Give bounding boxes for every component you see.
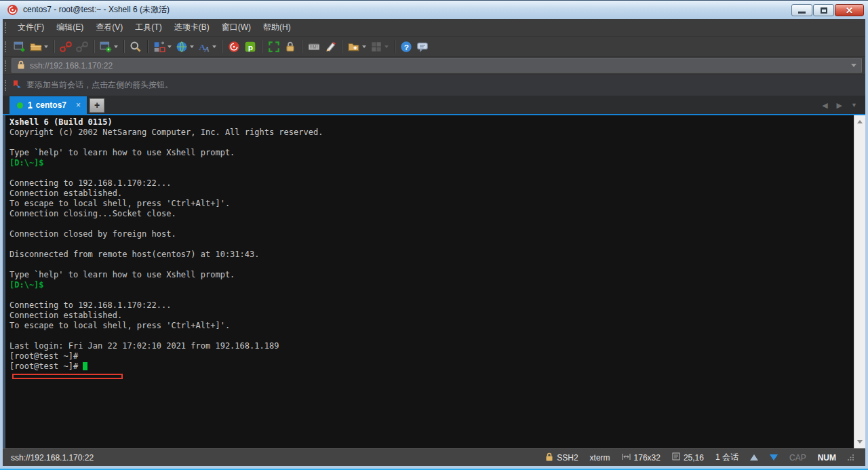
terminal-line: Type `help' to learn how to use Xshell p… <box>9 270 850 280</box>
address-url: ssh://192.168.1.170:22 <box>30 61 113 71</box>
toolbar: AAp? <box>3 37 865 57</box>
add-session-flag-icon[interactable] <box>12 79 22 92</box>
status-cursor-position: 25,16 <box>672 452 704 463</box>
help-icon[interactable]: ? <box>398 39 414 55</box>
virtual-keyboard-icon[interactable] <box>306 39 322 55</box>
terminal-line: Last login: Fri Jan 22 17:02:10 2021 fro… <box>9 341 850 351</box>
toolbar-separator <box>302 40 302 53</box>
close-button[interactable]: ✕ <box>835 4 864 16</box>
address-dropdown-caret-icon[interactable] <box>851 64 856 67</box>
scrollbar-up-icon[interactable] <box>854 117 865 127</box>
toolbar-separator <box>342 40 342 53</box>
caps-lock-indicator: CAP <box>789 453 806 463</box>
tab-centos7[interactable]: 1 centos7 × <box>9 96 87 114</box>
status-bar: ssh://192.168.1.170:22 SSH2 xterm 176x32 <box>3 448 865 466</box>
dropdown-caret-icon[interactable] <box>212 45 216 48</box>
new-folder-icon[interactable] <box>346 39 368 55</box>
protocol-lock-icon <box>545 452 553 463</box>
terminal-line: To escape to local shell, press 'Ctrl+Al… <box>9 321 850 331</box>
session-properties-icon[interactable] <box>98 39 120 55</box>
web-globe-icon[interactable] <box>174 39 196 55</box>
toolbar-separator <box>222 40 222 53</box>
toolbar-separator <box>123 40 124 53</box>
terminal-scrollbar[interactable] <box>854 115 865 448</box>
terminal-line: Connecting to 192.168.1.170:22... <box>9 178 850 189</box>
terminal[interactable]: Xshell 6 (Build 0115)Copyright (c) 2002 … <box>3 115 865 448</box>
menubar-grip[interactable] <box>5 22 8 33</box>
dropdown-caret-icon[interactable] <box>384 45 389 48</box>
toolbar-grip[interactable] <box>5 41 8 52</box>
menu-item-file[interactable]: 文件(F) <box>12 19 50 36</box>
terminal-output: Xshell 6 (Build 0115)Copyright (c) 2002 … <box>9 117 850 372</box>
minimize-button[interactable] <box>791 4 812 16</box>
fullscreen-icon[interactable] <box>266 39 282 55</box>
terminal-line <box>9 168 850 178</box>
tab-scroll-right-icon[interactable]: ▶ <box>837 101 842 110</box>
screen-size-icon <box>622 453 631 463</box>
addressbar-grip[interactable] <box>5 60 8 71</box>
terminal-line <box>9 219 850 229</box>
tab-status-dot-icon <box>17 102 23 109</box>
toolbar-separator <box>94 40 94 53</box>
open-folder-icon[interactable] <box>28 39 50 55</box>
menu-item-edit[interactable]: 编辑(E) <box>50 19 90 36</box>
new-tab-button[interactable]: + <box>90 98 104 113</box>
scroll-to-bottom-icon[interactable] <box>770 454 778 461</box>
menu-item-view[interactable]: 查看(V) <box>90 19 129 36</box>
scroll-to-top-icon[interactable] <box>750 454 758 461</box>
red-annotation-box <box>12 374 123 379</box>
dropdown-caret-icon[interactable] <box>362 45 366 48</box>
tab-scroll-left-icon[interactable]: ◀ <box>822 101 827 110</box>
terminal-line <box>9 260 850 270</box>
terminal-line: Disconnected from remote host(centos7) a… <box>9 250 850 260</box>
toolbar-separator <box>147 40 148 53</box>
dropdown-caret-icon[interactable] <box>114 45 118 48</box>
disconnect-icon[interactable] <box>58 39 74 55</box>
compose-pane-icon[interactable] <box>151 39 174 55</box>
menu-item-window[interactable]: 窗口(W) <box>216 19 257 36</box>
scrollbar-down-icon[interactable] <box>854 437 865 447</box>
menubar: 文件(F)编辑(E)查看(V)工具(T)选项卡(B)窗口(W)帮助(H) <box>3 19 865 37</box>
terminal-line: [root@test ~]# <box>9 351 850 361</box>
dropdown-caret-icon[interactable] <box>44 45 48 48</box>
status-url: ssh://192.168.1.170:22 <box>11 453 94 463</box>
new-session-icon[interactable] <box>12 39 28 55</box>
terminal-line <box>9 138 850 148</box>
tab-close-icon[interactable]: × <box>76 100 81 110</box>
xftp-icon[interactable]: p <box>242 39 258 55</box>
toolbar-separator <box>394 40 395 53</box>
terminal-line: [D:\~]$ <box>9 158 850 168</box>
status-protocol: SSH2 <box>545 452 578 463</box>
tab-title: centos7 <box>36 100 66 110</box>
num-lock-indicator: NUM <box>818 453 836 463</box>
feedback-icon[interactable] <box>414 39 431 55</box>
menu-item-tools[interactable]: 工具(T) <box>129 19 167 36</box>
tab-list-caret-icon[interactable]: ▼ <box>851 102 857 109</box>
tile-windows-icon <box>368 39 391 55</box>
menubar-items: 文件(F)编辑(E)查看(V)工具(T)选项卡(B)窗口(W)帮助(H) <box>12 19 297 36</box>
menu-item-tab[interactable]: 选项卡(B) <box>168 19 216 36</box>
lock-screen-icon[interactable] <box>282 39 298 55</box>
highlight-pen-icon[interactable] <box>322 39 338 55</box>
menu-item-help[interactable]: 帮助(H) <box>257 19 297 36</box>
reconnect-icon <box>74 39 90 55</box>
infobar-grip[interactable] <box>5 80 8 91</box>
terminal-line: Connection established. <box>9 311 850 321</box>
terminal-line <box>9 331 850 341</box>
tab-number: 1 <box>28 100 33 110</box>
svg-text:p: p <box>248 42 253 52</box>
terminal-line: Connecting to 192.168.1.170:22... <box>9 300 850 311</box>
terminal-line: Xshell 6 (Build 0115) <box>9 117 850 128</box>
maximize-button[interactable] <box>813 4 834 16</box>
xshell-icon[interactable] <box>226 39 242 55</box>
address-field[interactable]: ssh://192.168.1.170:22 <box>12 58 862 73</box>
toolbar-separator <box>262 40 262 53</box>
dropdown-caret-icon[interactable] <box>167 45 172 48</box>
resize-grip-icon[interactable] <box>848 453 854 463</box>
dropdown-caret-icon[interactable] <box>190 45 194 48</box>
find-icon[interactable] <box>127 39 144 55</box>
xshell-logo-icon <box>7 4 18 16</box>
terminal-line: Copyright (c) 2002 NetSarang Computer, I… <box>9 128 850 138</box>
terminal-line: Type `help' to learn how to use Xshell p… <box>9 148 850 158</box>
font-icon[interactable]: AA <box>196 39 218 55</box>
